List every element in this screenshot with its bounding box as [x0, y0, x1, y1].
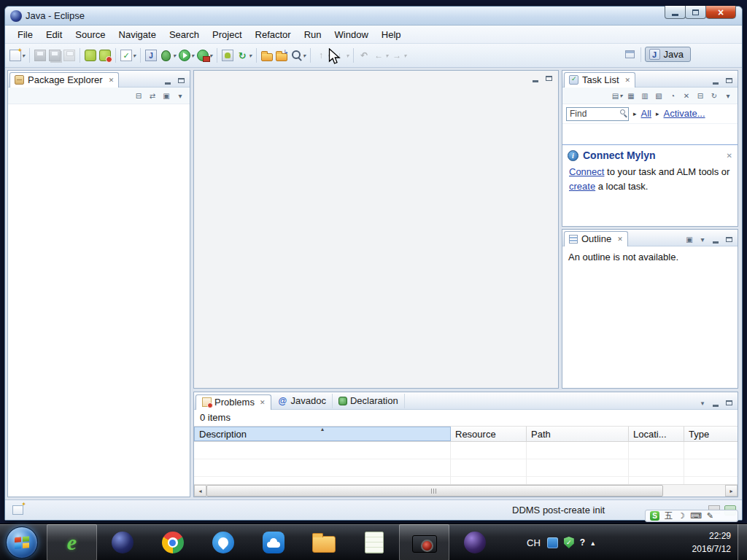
categorized-presentation-icon[interactable]: ▦ — [624, 90, 638, 102]
tab-javadoc[interactable]: @Javadoc — [271, 394, 332, 408]
run-external-tools-button[interactable]: ▾ — [196, 47, 214, 63]
focus-on-task-icon[interactable]: ▣ — [160, 90, 173, 102]
dropdown-arrow-icon[interactable]: ▾ — [346, 52, 349, 59]
close-button[interactable] — [705, 6, 736, 19]
new-task-icon[interactable]: ▤▾ — [611, 90, 624, 102]
synchronize-icon[interactable]: ↻ — [708, 90, 721, 102]
taskbar-clock[interactable]: 22:29 2016/7/12 — [692, 529, 731, 556]
ime-item-3[interactable]: ⌨ — [690, 510, 702, 521]
focus-on-workweek-icon[interactable]: ▧ — [652, 90, 665, 102]
chrome-icon[interactable] — [147, 524, 198, 560]
synchronize-button[interactable]: ↻▾ — [235, 47, 253, 63]
outline-tab[interactable]: Outline — [564, 231, 628, 246]
view-menu-button[interactable] — [696, 397, 709, 409]
dropdown-arrow-icon[interactable]: ▾ — [191, 52, 194, 59]
menu-item-help[interactable]: Help — [375, 27, 408, 42]
close-view-icon[interactable] — [617, 236, 623, 243]
scroll-right-button[interactable] — [725, 485, 738, 497]
menu-item-file[interactable]: File — [11, 27, 39, 42]
security-shield-icon[interactable]: ✓ — [564, 537, 574, 548]
dismiss-icon[interactable] — [727, 152, 732, 160]
collapse-all-icon[interactable]: ⊟ — [694, 90, 707, 102]
maximize-editor-button[interactable] — [542, 72, 555, 85]
package-explorer-body[interactable] — [8, 104, 190, 497]
close-view-icon[interactable] — [109, 77, 115, 84]
maximize-view-button[interactable] — [722, 397, 735, 409]
column-header-locati[interactable]: Locati... — [629, 427, 684, 441]
java-perspective-button[interactable]: Java — [645, 47, 691, 62]
desktop[interactable]: Java - Eclipse FileEditSourceNavigateSea… — [0, 0, 747, 560]
fast-view-icon[interactable] — [12, 505, 23, 515]
view-menu-icon[interactable]: ▾ — [696, 233, 709, 246]
menu-item-source[interactable]: Source — [69, 27, 112, 42]
new-android-test-project-button[interactable] — [98, 47, 112, 63]
find-input[interactable] — [566, 107, 629, 121]
camera-app-icon[interactable] — [399, 524, 449, 560]
ime-indicator-icon[interactable] — [547, 537, 558, 548]
menu-item-window[interactable]: Window — [328, 27, 375, 42]
hide-completed-tasks-icon[interactable]: ◔ — [666, 90, 679, 102]
menu-item-project[interactable]: Project — [206, 27, 248, 42]
search-button[interactable]: ▾ — [289, 47, 307, 63]
start-button[interactable] — [6, 526, 38, 559]
column-header-resource[interactable]: Resource — [451, 427, 527, 441]
dropdown-arrow-icon[interactable]: ▾ — [249, 52, 252, 59]
dropdown-arrow-icon[interactable]: ▾ — [133, 52, 136, 59]
maximize-view-button[interactable] — [174, 74, 187, 87]
ime-item-0[interactable]: S — [650, 511, 659, 521]
open-type-button[interactable] — [274, 48, 289, 63]
show-desktop-button[interactable] — [738, 524, 747, 560]
minimize-view-button[interactable] — [161, 74, 174, 87]
minimize-editor-button[interactable] — [529, 72, 542, 85]
dropdown-arrow-icon[interactable]: ▾ — [385, 52, 388, 59]
expander-icon[interactable] — [656, 110, 659, 117]
create-link[interactable]: create — [569, 181, 595, 192]
all-link[interactable]: All — [641, 108, 651, 119]
focus-on-task-icon[interactable]: ▣ — [683, 233, 696, 246]
notes-app-icon[interactable] — [349, 524, 399, 560]
column-header-path[interactable]: Path — [527, 427, 629, 441]
new-wizard-button[interactable]: ▾ — [8, 47, 26, 63]
column-header-description[interactable]: Description▴ — [194, 427, 451, 441]
scrollbar-track[interactable] — [206, 485, 725, 497]
run-button[interactable]: ▾ — [177, 47, 196, 63]
tab-declaration[interactable]: Declaration — [333, 394, 405, 408]
expander-icon[interactable] — [633, 110, 637, 117]
horizontal-scrollbar[interactable] — [194, 484, 738, 497]
maximize-view-button[interactable] — [722, 74, 735, 87]
language-indicator[interactable]: CH — [527, 537, 541, 548]
menu-item-search[interactable]: Search — [163, 27, 206, 42]
view-menu-icon[interactable]: ▾ — [721, 90, 735, 102]
column-header-type[interactable]: Type — [684, 427, 738, 441]
minimize-view-button[interactable] — [709, 397, 722, 409]
minimize-button[interactable] — [665, 6, 686, 19]
dropdown-arrow-icon[interactable]: ▾ — [403, 52, 406, 59]
dark-sphere-app-icon[interactable] — [97, 524, 147, 560]
title-bar[interactable]: Java - Eclipse — [5, 7, 742, 26]
help-icon[interactable]: ? — [580, 537, 585, 548]
dropdown-arrow-icon[interactable]: ▾ — [303, 52, 306, 59]
menu-item-run[interactable]: Run — [298, 27, 328, 42]
open-resource-button[interactable] — [260, 48, 274, 63]
blue-media-app-icon[interactable] — [198, 524, 248, 560]
ime-item-1[interactable]: 五 — [665, 510, 673, 521]
new-android-project-button[interactable] — [83, 47, 98, 63]
menu-item-edit[interactable]: Edit — [39, 27, 69, 42]
show-hidden-icons-icon[interactable]: ▴ — [591, 539, 595, 547]
open-perspective-button[interactable] — [624, 48, 637, 61]
run-junit-test-button[interactable]: ✓▾ — [119, 47, 137, 63]
close-icon[interactable] — [260, 399, 266, 406]
task-list-tab[interactable]: Task List — [564, 72, 635, 88]
package-explorer-tab[interactable]: Package Explorer — [9, 72, 119, 88]
minimize-view-button[interactable] — [709, 74, 722, 87]
close-view-icon[interactable] — [625, 77, 631, 84]
new-java-project-button[interactable] — [144, 47, 158, 63]
minimize-view-button[interactable] — [709, 233, 722, 246]
ime-item-4[interactable]: ✎ — [707, 510, 713, 521]
debug-button[interactable]: ▾ — [158, 48, 177, 63]
scroll-left-button[interactable] — [194, 485, 206, 497]
ime-toolbar[interactable]: S五☽⌨✎ — [645, 510, 738, 522]
android-sdk-manager-button[interactable] — [220, 47, 235, 63]
collapse-all-icon[interactable]: ⊟ — [132, 90, 145, 102]
cloud-app-icon[interactable] — [248, 524, 298, 560]
